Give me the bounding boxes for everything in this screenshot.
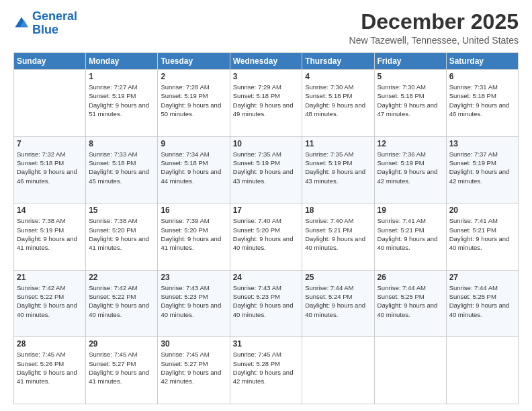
calendar-header-friday: Friday <box>374 53 446 70</box>
day-number: 2 <box>161 72 226 81</box>
day-info: Sunrise: 7:34 AMSunset: 5:18 PMDaylight:… <box>161 150 226 185</box>
calendar-header-sunday: Sunday <box>14 53 86 70</box>
day-info: Sunrise: 7:42 AMSunset: 5:22 PMDaylight:… <box>89 283 154 319</box>
calendar-cell: 12Sunrise: 7:36 AMSunset: 5:19 PMDayligh… <box>374 136 446 203</box>
calendar-cell: 27Sunrise: 7:44 AMSunset: 5:25 PMDayligh… <box>446 270 518 337</box>
day-info: Sunrise: 7:42 AMSunset: 5:22 PMDaylight:… <box>17 283 83 319</box>
day-info: Sunrise: 7:45 AMSunset: 5:27 PMDaylight:… <box>89 350 154 385</box>
day-number: 6 <box>449 72 515 81</box>
day-info: Sunrise: 7:38 AMSunset: 5:20 PMDaylight:… <box>89 216 154 252</box>
calendar-cell: 29Sunrise: 7:45 AMSunset: 5:27 PMDayligh… <box>86 337 158 404</box>
calendar-cell: 25Sunrise: 7:44 AMSunset: 5:24 PMDayligh… <box>302 270 374 337</box>
day-info: Sunrise: 7:28 AMSunset: 5:19 PMDaylight:… <box>161 83 226 118</box>
calendar-header-tuesday: Tuesday <box>158 53 230 70</box>
day-info: Sunrise: 7:43 AMSunset: 5:23 PMDaylight:… <box>233 283 300 319</box>
day-info: Sunrise: 7:44 AMSunset: 5:25 PMDaylight:… <box>378 283 443 319</box>
page: General Blue December 2025 New Tazewell,… <box>0 0 532 411</box>
day-number: 31 <box>233 339 300 349</box>
calendar-cell: 8Sunrise: 7:33 AMSunset: 5:18 PMDaylight… <box>86 136 158 203</box>
day-info: Sunrise: 7:29 AMSunset: 5:18 PMDaylight:… <box>233 83 300 118</box>
calendar-cell: 10Sunrise: 7:35 AMSunset: 5:19 PMDayligh… <box>230 136 302 203</box>
day-number: 4 <box>305 72 371 81</box>
calendar-cell: 22Sunrise: 7:42 AMSunset: 5:22 PMDayligh… <box>86 270 158 337</box>
day-number: 22 <box>89 273 154 282</box>
day-number: 18 <box>305 205 371 215</box>
logo-icon <box>13 15 30 32</box>
day-info: Sunrise: 7:43 AMSunset: 5:23 PMDaylight:… <box>161 283 226 319</box>
calendar-header-monday: Monday <box>86 53 158 70</box>
calendar-cell: 11Sunrise: 7:35 AMSunset: 5:19 PMDayligh… <box>302 136 374 203</box>
day-info: Sunrise: 7:39 AMSunset: 5:20 PMDaylight:… <box>161 216 226 252</box>
calendar-week-row: 21Sunrise: 7:42 AMSunset: 5:22 PMDayligh… <box>14 270 519 337</box>
calendar-cell: 4Sunrise: 7:30 AMSunset: 5:18 PMDaylight… <box>302 70 374 137</box>
calendar-cell: 19Sunrise: 7:41 AMSunset: 5:21 PMDayligh… <box>374 203 446 271</box>
calendar-cell: 17Sunrise: 7:40 AMSunset: 5:20 PMDayligh… <box>230 203 302 271</box>
title-block: December 2025 New Tazewell, Tennessee, U… <box>349 10 519 46</box>
day-number: 14 <box>17 205 83 215</box>
day-number: 21 <box>17 273 83 282</box>
day-number: 20 <box>449 205 515 215</box>
calendar-cell: 18Sunrise: 7:40 AMSunset: 5:21 PMDayligh… <box>302 203 374 271</box>
calendar-cell: 9Sunrise: 7:34 AMSunset: 5:18 PMDaylight… <box>158 136 230 203</box>
calendar-cell: 16Sunrise: 7:39 AMSunset: 5:20 PMDayligh… <box>158 203 230 271</box>
calendar-cell: 20Sunrise: 7:41 AMSunset: 5:21 PMDayligh… <box>446 203 518 271</box>
main-title: December 2025 <box>349 10 519 34</box>
day-number: 25 <box>305 273 371 282</box>
day-info: Sunrise: 7:38 AMSunset: 5:19 PMDaylight:… <box>17 216 83 252</box>
day-info: Sunrise: 7:40 AMSunset: 5:21 PMDaylight:… <box>305 216 371 252</box>
day-number: 27 <box>449 273 515 282</box>
calendar-cell: 23Sunrise: 7:43 AMSunset: 5:23 PMDayligh… <box>158 270 230 337</box>
day-number: 17 <box>233 205 300 215</box>
calendar-cell: 24Sunrise: 7:43 AMSunset: 5:23 PMDayligh… <box>230 270 302 337</box>
day-number: 28 <box>17 339 83 349</box>
calendar-cell <box>446 337 518 404</box>
header: General Blue December 2025 New Tazewell,… <box>13 10 519 46</box>
day-info: Sunrise: 7:27 AMSunset: 5:19 PMDaylight:… <box>89 83 154 118</box>
day-number: 26 <box>378 273 443 282</box>
day-info: Sunrise: 7:37 AMSunset: 5:19 PMDaylight:… <box>449 150 515 185</box>
day-info: Sunrise: 7:45 AMSunset: 5:26 PMDaylight:… <box>17 350 83 385</box>
calendar-cell: 6Sunrise: 7:31 AMSunset: 5:18 PMDaylight… <box>446 70 518 137</box>
day-info: Sunrise: 7:36 AMSunset: 5:19 PMDaylight:… <box>378 150 443 185</box>
day-number: 8 <box>89 139 154 148</box>
calendar-header-wednesday: Wednesday <box>230 53 302 70</box>
day-number: 3 <box>233 72 300 81</box>
calendar-cell: 1Sunrise: 7:27 AMSunset: 5:19 PMDaylight… <box>86 70 158 137</box>
day-number: 10 <box>233 139 300 148</box>
day-info: Sunrise: 7:31 AMSunset: 5:18 PMDaylight:… <box>449 83 515 118</box>
calendar-week-row: 7Sunrise: 7:32 AMSunset: 5:18 PMDaylight… <box>14 136 519 203</box>
calendar-header-saturday: Saturday <box>446 53 518 70</box>
day-number: 12 <box>378 139 443 148</box>
calendar-cell: 3Sunrise: 7:29 AMSunset: 5:18 PMDaylight… <box>230 70 302 137</box>
day-number: 16 <box>161 205 226 215</box>
calendar-week-row: 28Sunrise: 7:45 AMSunset: 5:26 PMDayligh… <box>14 337 519 404</box>
calendar-header-thursday: Thursday <box>302 53 374 70</box>
calendar-cell: 31Sunrise: 7:45 AMSunset: 5:28 PMDayligh… <box>230 337 302 404</box>
day-info: Sunrise: 7:45 AMSunset: 5:27 PMDaylight:… <box>161 350 226 385</box>
day-number: 24 <box>233 273 300 282</box>
day-info: Sunrise: 7:30 AMSunset: 5:18 PMDaylight:… <box>305 83 371 118</box>
logo-line2: Blue <box>32 23 58 36</box>
day-info: Sunrise: 7:40 AMSunset: 5:20 PMDaylight:… <box>233 216 300 252</box>
day-info: Sunrise: 7:45 AMSunset: 5:28 PMDaylight:… <box>233 350 300 385</box>
day-number: 11 <box>305 139 371 148</box>
calendar-cell: 13Sunrise: 7:37 AMSunset: 5:19 PMDayligh… <box>446 136 518 203</box>
calendar-week-row: 14Sunrise: 7:38 AMSunset: 5:19 PMDayligh… <box>14 203 519 271</box>
day-number: 13 <box>449 139 515 148</box>
day-info: Sunrise: 7:35 AMSunset: 5:19 PMDaylight:… <box>233 150 300 185</box>
day-number: 9 <box>161 139 226 148</box>
day-info: Sunrise: 7:32 AMSunset: 5:18 PMDaylight:… <box>17 150 83 185</box>
calendar-cell: 2Sunrise: 7:28 AMSunset: 5:19 PMDaylight… <box>158 70 230 137</box>
calendar-cell: 14Sunrise: 7:38 AMSunset: 5:19 PMDayligh… <box>14 203 86 271</box>
day-info: Sunrise: 7:30 AMSunset: 5:18 PMDaylight:… <box>378 83 443 118</box>
calendar-header-row: SundayMondayTuesdayWednesdayThursdayFrid… <box>14 53 519 70</box>
day-number: 1 <box>89 72 154 81</box>
calendar-cell: 28Sunrise: 7:45 AMSunset: 5:26 PMDayligh… <box>14 337 86 404</box>
logo: General Blue <box>13 10 77 37</box>
day-number: 23 <box>161 273 226 282</box>
calendar-cell: 30Sunrise: 7:45 AMSunset: 5:27 PMDayligh… <box>158 337 230 404</box>
day-info: Sunrise: 7:35 AMSunset: 5:19 PMDaylight:… <box>305 150 371 185</box>
logo-line1: General <box>32 9 77 23</box>
day-info: Sunrise: 7:41 AMSunset: 5:21 PMDaylight:… <box>378 216 443 252</box>
subtitle: New Tazewell, Tennessee, United States <box>349 35 519 46</box>
